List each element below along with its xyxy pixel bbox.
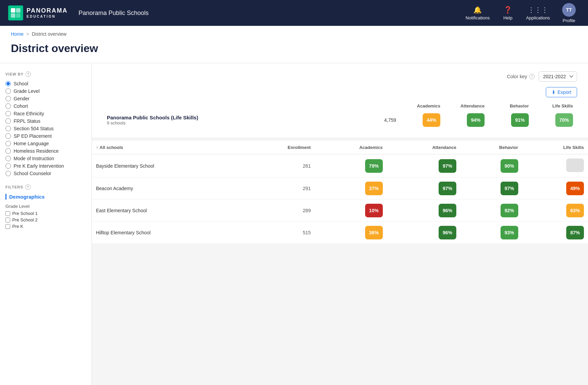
life_skills-cell[interactable]: 49%: [522, 178, 588, 200]
breadcrumb-current: District overview: [32, 31, 67, 37]
behavior-badge: 90%: [501, 159, 518, 173]
bell-icon: 🔔: [473, 6, 482, 14]
year-select[interactable]: 2021-20222020-20212019-2020: [539, 71, 577, 82]
view-by-radio-group: SchoolGrade LevelGenderCohortRace Ethnic…: [5, 81, 86, 176]
sidebar-item-prek[interactable]: Pre K Early Intervention: [5, 163, 86, 169]
enrollment-cell: 291: [243, 178, 315, 200]
breadcrumb-home[interactable]: Home: [11, 31, 23, 37]
export-button[interactable]: ⬇ Export: [546, 87, 577, 97]
color-key-label: Color key ?: [507, 74, 535, 79]
life_skills-cell[interactable]: [522, 154, 588, 178]
grade-checkbox-pre-school-2[interactable]: Pre School 2: [5, 217, 86, 222]
view-by-label: VIEW BY ?: [5, 71, 86, 77]
table-col-school[interactable]: ↑ All schools: [92, 141, 243, 154]
sidebar-item-counselor[interactable]: School Counselor: [5, 171, 86, 176]
col-behavior-header: Behavior: [489, 101, 533, 111]
summary-card: Color key ? 2021-20222020-20212019-2020 …: [92, 63, 588, 138]
attendance-cell[interactable]: 97%: [387, 154, 460, 178]
sidebar-item-label: Homeless Residence: [14, 148, 59, 154]
district-life-skills[interactable]: 70%: [533, 111, 577, 130]
behavior-cell[interactable]: 97%: [460, 178, 522, 200]
enrollment-cell: 289: [243, 200, 315, 222]
attendance-badge: 97%: [439, 159, 456, 173]
behavior-badge: 92%: [501, 204, 518, 217]
district-summary-row: Panorama Public Schools (Life Skills) 9 …: [103, 111, 577, 130]
school-name-cell[interactable]: East Elementary School: [92, 200, 243, 222]
sidebar-item-label: Gender: [14, 96, 30, 101]
life_skills-badge: [566, 158, 584, 172]
profile-button[interactable]: TT Profile: [558, 0, 580, 26]
life_skills-cell[interactable]: 63%: [522, 200, 588, 222]
sidebar-item-homeless[interactable]: Homeless Residence: [5, 148, 86, 154]
table-row: East Elementary School28910%96%92%63%: [92, 200, 588, 222]
sidebar-item-cohort[interactable]: Cohort: [5, 103, 86, 109]
school-name-cell[interactable]: Bayside Elementary School: [92, 154, 243, 178]
grade-checkbox-pre-k[interactable]: Pre K: [5, 224, 86, 229]
table-row: Beacon Academy29137%97%97%49%: [92, 178, 588, 200]
table-col-academics: Academics: [315, 141, 387, 154]
help-button[interactable]: ❓ Help: [498, 3, 518, 23]
main-layout: VIEW BY ? SchoolGrade LevelGenderCohortR…: [0, 63, 588, 385]
sidebar-item-label: Grade Level: [14, 88, 39, 94]
attendance-cell[interactable]: 97%: [387, 178, 460, 200]
district-enrollment: 4,759: [356, 111, 400, 130]
sidebar-item-frpl_status[interactable]: FRPL Status: [5, 118, 86, 124]
applications-button[interactable]: ⋮⋮⋮ Applications: [521, 3, 555, 23]
district-academics[interactable]: 44%: [400, 111, 444, 130]
col-school-header: [103, 101, 356, 111]
color-key-help-icon[interactable]: ?: [529, 74, 535, 79]
behavior-badge: 97%: [501, 182, 518, 195]
breadcrumb-separator: >: [26, 31, 29, 37]
district-academics-badge: 44%: [423, 113, 440, 127]
behavior-cell[interactable]: 93%: [460, 222, 522, 244]
sidebar: VIEW BY ? SchoolGrade LevelGenderCohortR…: [0, 63, 92, 385]
breadcrumb: Home > District overview: [11, 31, 577, 37]
academics-cell[interactable]: 37%: [315, 178, 387, 200]
behavior-badge: 93%: [501, 226, 518, 239]
sidebar-item-label: FRPL Status: [14, 118, 40, 124]
sidebar-item-grade_level[interactable]: Grade Level: [5, 88, 86, 94]
nav-actions: 🔔 Notifications ❓ Help ⋮⋮⋮ Applications …: [460, 0, 580, 26]
grade-checkbox-pre-school-1[interactable]: Pre School 1: [5, 211, 86, 216]
download-icon: ⬇: [552, 89, 556, 95]
sidebar-item-section_504[interactable]: Section 504 Status: [5, 126, 86, 131]
grade-level-label: Grade Level: [5, 204, 86, 209]
behavior-cell[interactable]: 90%: [460, 154, 522, 178]
school-name-cell[interactable]: Beacon Academy: [92, 178, 243, 200]
sidebar-item-mode_instruction[interactable]: Mode of Instruction: [5, 156, 86, 161]
sidebar-item-label: School: [14, 81, 28, 86]
school-name-cell[interactable]: Hilltop Elementary School: [92, 222, 243, 244]
sidebar-item-gender[interactable]: Gender: [5, 96, 86, 101]
notifications-button[interactable]: 🔔 Notifications: [460, 3, 495, 23]
table-col-enrollment: Enrollment: [243, 141, 315, 154]
attendance-cell[interactable]: 96%: [387, 200, 460, 222]
sidebar-item-race_ethnicity[interactable]: Race Ethnicity: [5, 111, 86, 116]
filters-help-icon[interactable]: ?: [25, 184, 31, 190]
sidebar-item-label: Mode of Instruction: [14, 156, 54, 161]
district-life-skills-badge: 70%: [555, 113, 573, 127]
academics-badge: 10%: [365, 204, 383, 217]
district-attendance[interactable]: 94%: [444, 111, 489, 130]
academics-cell[interactable]: 79%: [315, 154, 387, 178]
district-schools-count: 9 schools: [107, 120, 352, 125]
life_skills-cell[interactable]: 87%: [522, 222, 588, 244]
sidebar-item-label: Section 504 Status: [14, 126, 54, 131]
sidebar-item-sp_ed[interactable]: SP ED Placement: [5, 133, 86, 139]
sidebar-item-home_language[interactable]: Home Language: [5, 141, 86, 146]
district-behavior-badge: 91%: [511, 113, 529, 127]
enrollment-cell: 515: [243, 222, 315, 244]
academics-cell[interactable]: 36%: [315, 222, 387, 244]
view-by-help-icon[interactable]: ?: [26, 71, 31, 77]
avatar: TT: [562, 3, 576, 17]
demographics-toggle[interactable]: Demographics: [9, 194, 86, 200]
behavior-cell[interactable]: 92%: [460, 200, 522, 222]
summary-table: Academics Attendance Behavior Life Skill…: [103, 101, 577, 130]
sidebar-item-school[interactable]: School: [5, 81, 86, 86]
attendance-cell[interactable]: 96%: [387, 222, 460, 244]
grade-checkbox-group: Pre School 1Pre School 2Pre K: [5, 211, 86, 229]
top-navigation: PANORAMA EDUCATION Panorama Public Schoo…: [0, 0, 588, 26]
district-behavior[interactable]: 91%: [489, 111, 533, 130]
logo[interactable]: PANORAMA EDUCATION: [8, 5, 68, 20]
academics-cell[interactable]: 10%: [315, 200, 387, 222]
help-icon: ❓: [504, 6, 512, 14]
